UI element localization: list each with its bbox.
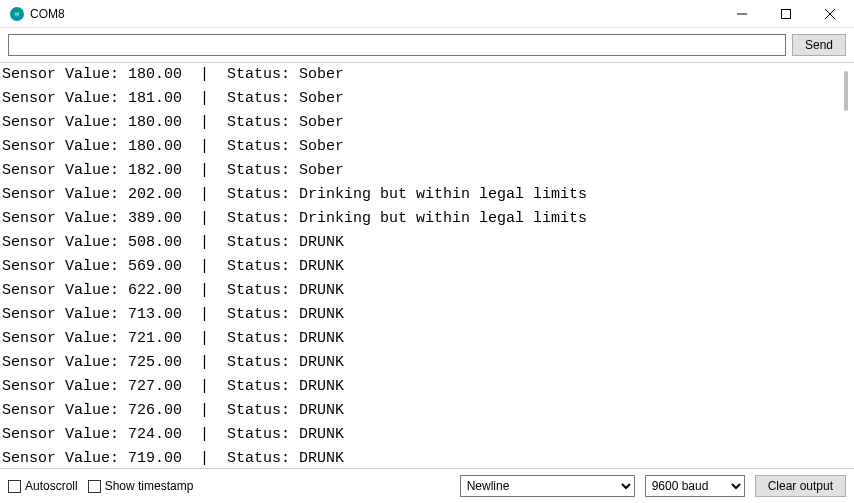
window-controls	[720, 0, 852, 28]
baud-select[interactable]: 9600 baud	[645, 475, 745, 497]
maximize-button[interactable]	[764, 0, 808, 28]
maximize-icon	[781, 9, 791, 19]
send-button[interactable]: Send	[792, 34, 846, 56]
terminal-output: Sensor Value: 180.00 | Status: Sober Sen…	[0, 63, 854, 468]
minimize-button[interactable]	[720, 0, 764, 28]
scrollbar[interactable]	[840, 65, 852, 466]
send-bar: Send	[0, 28, 854, 63]
minimize-icon	[737, 9, 747, 19]
bottombar: Autoscroll Show timestamp Newline 9600 b…	[0, 469, 854, 503]
checkbox-icon	[8, 480, 21, 493]
scrollbar-thumb[interactable]	[844, 71, 848, 111]
svg-rect-0	[782, 9, 791, 18]
show-timestamp-label: Show timestamp	[105, 479, 194, 493]
show-timestamp-checkbox[interactable]: Show timestamp	[88, 479, 194, 493]
checkbox-icon	[88, 480, 101, 493]
window-title: COM8	[30, 7, 65, 21]
terminal-container: Sensor Value: 180.00 | Status: Sober Sen…	[0, 63, 854, 469]
autoscroll-label: Autoscroll	[25, 479, 78, 493]
serial-input[interactable]	[8, 34, 786, 56]
titlebar: ∞ COM8	[0, 0, 854, 28]
close-button[interactable]	[808, 0, 852, 28]
app-icon: ∞	[10, 7, 24, 21]
line-ending-select[interactable]: Newline	[460, 475, 635, 497]
clear-output-button[interactable]: Clear output	[755, 475, 846, 497]
close-icon	[825, 9, 835, 19]
autoscroll-checkbox[interactable]: Autoscroll	[8, 479, 78, 493]
